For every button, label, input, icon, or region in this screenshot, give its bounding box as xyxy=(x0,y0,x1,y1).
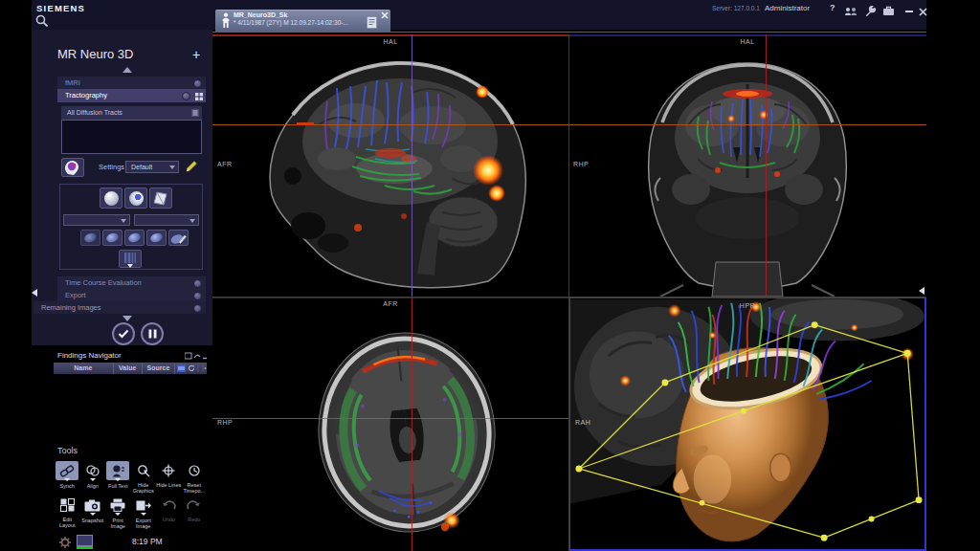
redo-icon xyxy=(183,496,206,515)
tool-snapshot[interactable]: Snapshot xyxy=(80,496,106,530)
tract-blob-icon xyxy=(83,231,98,244)
gear-icon[interactable] xyxy=(59,537,71,548)
sidebar-collapse-arrow-icon[interactable] xyxy=(32,289,37,297)
search-icon[interactable] xyxy=(35,14,49,28)
dropdown-arrow-icon xyxy=(169,165,175,169)
sagittal-reference-line[interactable] xyxy=(412,297,412,551)
findings-col-name[interactable]: Name xyxy=(54,363,114,374)
fmri-toggle[interactable] xyxy=(193,79,202,88)
more-options-icon[interactable] xyxy=(197,364,207,372)
section-time-course-label: Time Course Evaluation xyxy=(65,278,142,287)
tool-edit-layout[interactable]: Edit Layout xyxy=(55,496,80,530)
tract-tool-button-4[interactable] xyxy=(146,230,167,246)
sphere-solid-button[interactable] xyxy=(100,187,122,209)
tool-hide-lines[interactable]: Hide Lines xyxy=(156,461,182,495)
viewport-3d-volume[interactable]: HPR RAH xyxy=(568,297,926,551)
brain-head-icon xyxy=(62,159,83,176)
axial-reference-line[interactable] xyxy=(212,124,568,125)
tool-redo[interactable]: Redo xyxy=(182,496,208,530)
edit-pencil-icon[interactable] xyxy=(184,159,199,174)
collapse-up-icon[interactable] xyxy=(122,67,132,73)
tract-edit-button[interactable] xyxy=(168,230,189,246)
viewport-sagittal[interactable]: HAL AFR xyxy=(212,34,568,297)
tract-brain-button[interactable] xyxy=(61,158,84,177)
coronal-reference-line[interactable] xyxy=(412,34,412,297)
sphere-marked-button[interactable] xyxy=(124,187,147,209)
add-button[interactable]: + xyxy=(192,47,200,62)
remaining-images-toggle[interactable] xyxy=(193,304,202,313)
tool-print-image[interactable]: Print Image xyxy=(105,496,131,530)
check-icon xyxy=(118,329,129,339)
tract-tool-button-2[interactable] xyxy=(102,230,122,246)
tool-label: Undo xyxy=(163,517,175,522)
display-status-icon[interactable] xyxy=(77,535,93,546)
findings-navigator-title: Findings Navigator xyxy=(57,351,122,360)
tool-synch[interactable]: Synch xyxy=(55,461,80,495)
volume-render xyxy=(570,298,924,549)
dropdown-arrow-icon xyxy=(90,478,96,481)
tractography-toggle[interactable] xyxy=(182,92,190,100)
filmstrip-icon[interactable] xyxy=(177,364,186,372)
slice-plane-button[interactable] xyxy=(149,187,172,209)
tool-hide-graphics[interactable]: Hide Graphics xyxy=(131,461,157,495)
tract-blob-icon xyxy=(105,231,120,244)
tool-reset-timepoint[interactable]: Reset Timepo... xyxy=(182,461,208,495)
tract-color-dropdown[interactable] xyxy=(63,214,130,226)
series-document-icon[interactable] xyxy=(367,16,377,29)
coronal-reference-line[interactable] xyxy=(212,418,568,419)
refresh-icon[interactable] xyxy=(188,364,195,372)
dropdown-arrow-icon xyxy=(115,513,121,516)
settings-dropdown[interactable]: Default xyxy=(125,161,179,173)
sagittal-reference-line[interactable] xyxy=(766,34,767,297)
section-tractography[interactable]: Tractography xyxy=(57,89,206,102)
tool-full-text[interactable]: Full Text xyxy=(105,461,131,495)
export-toggle[interactable] xyxy=(193,292,202,300)
tract-tool-button-1[interactable] xyxy=(80,230,100,246)
findings-window-icons[interactable] xyxy=(185,352,208,360)
reference-line-handle[interactable] xyxy=(297,122,314,125)
tracts-listbox[interactable] xyxy=(61,120,202,154)
workflow-title: MR Neuro 3D xyxy=(57,47,133,61)
tract-options-button[interactable] xyxy=(119,250,142,268)
tract-blob-icon xyxy=(127,231,142,244)
dropdown-arrow-icon xyxy=(90,513,96,516)
list-icon[interactable] xyxy=(191,109,199,117)
viewport-divider-vertical[interactable] xyxy=(568,34,569,551)
pause-button[interactable] xyxy=(141,322,164,345)
window-close-button[interactable] xyxy=(919,8,927,16)
wrench-icon[interactable] xyxy=(865,6,877,17)
viewport-divider-horizontal[interactable] xyxy=(212,297,926,298)
section-fmri[interactable]: fMRI xyxy=(57,77,206,89)
time-course-toggle[interactable] xyxy=(193,279,202,288)
section-remaining-images[interactable]: Remaining Images xyxy=(33,301,206,314)
panel-expand-arrow-icon[interactable] xyxy=(919,287,924,295)
tractography-grid-icon[interactable] xyxy=(195,93,203,100)
tool-align[interactable]: Align xyxy=(80,461,106,495)
axial-reference-line[interactable] xyxy=(568,124,926,125)
section-time-course[interactable]: Time Course Evaluation xyxy=(57,276,206,289)
layers-icon xyxy=(123,253,137,263)
section-export[interactable]: Export xyxy=(57,289,206,301)
viewport-axial[interactable]: AFR RHP xyxy=(212,297,568,551)
dropdown-arrow-icon xyxy=(127,264,133,268)
tool-undo[interactable]: Undo xyxy=(156,496,182,530)
tract-blob-icon xyxy=(149,231,164,244)
tool-label: Synch xyxy=(60,483,75,489)
accept-button[interactable] xyxy=(112,322,135,345)
findings-col-source[interactable]: Source xyxy=(143,363,175,374)
camera-icon xyxy=(81,496,104,515)
tract-style-dropdown[interactable] xyxy=(134,214,199,226)
tool-label: Align xyxy=(87,483,99,489)
collapse-down-icon[interactable] xyxy=(122,316,132,321)
minimize-button[interactable] xyxy=(905,11,913,12)
viewport-coronal[interactable]: HAL RHP xyxy=(568,34,926,297)
tracts-list-header[interactable]: All Diffusion Tracts xyxy=(61,106,202,120)
tool-export-image[interactable]: Export Image xyxy=(131,496,157,530)
users-icon[interactable] xyxy=(844,7,858,16)
briefcase-icon[interactable] xyxy=(882,6,895,16)
tract-tool-button-3[interactable] xyxy=(124,230,145,246)
patient-tab-close-icon[interactable] xyxy=(381,11,389,19)
findings-col-value[interactable]: Value xyxy=(114,363,143,374)
user-label[interactable]: Administrator xyxy=(765,4,810,12)
help-icon[interactable]: ? xyxy=(830,3,835,12)
